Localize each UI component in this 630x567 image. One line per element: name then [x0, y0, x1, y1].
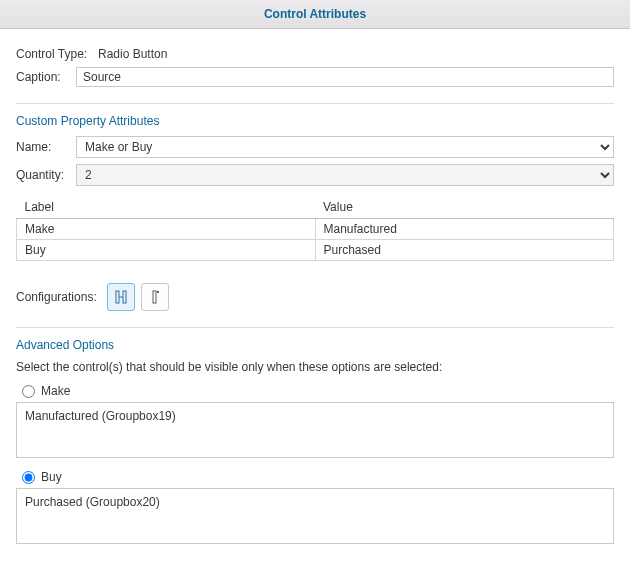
section-separator-2	[16, 327, 614, 328]
quantity-label: Quantity:	[16, 168, 76, 182]
caption-label: Caption:	[16, 70, 76, 84]
control-type-label: Control Type:	[16, 47, 96, 61]
list-item[interactable]: Purchased (Groupbox20)	[25, 495, 605, 509]
visible-controls-list-buy[interactable]: Purchased (Groupbox20)	[16, 488, 614, 544]
quantity-row: Quantity: 2	[16, 164, 614, 186]
radio-option-buy[interactable]: Buy	[22, 470, 614, 484]
cell-label[interactable]: Buy	[17, 240, 316, 261]
radio-make[interactable]	[22, 385, 35, 398]
page-title: Control Attributes	[264, 7, 366, 21]
config-single-icon-button[interactable]	[141, 283, 169, 311]
control-type-row: Control Type: Radio Button	[16, 47, 614, 61]
table-row[interactable]: Buy Purchased	[17, 240, 614, 261]
name-label: Name:	[16, 140, 76, 154]
radio-option-make[interactable]: Make	[22, 384, 614, 398]
custom-props-title: Custom Property Attributes	[16, 114, 614, 128]
main-panel: Control Type: Radio Button Caption: Cust…	[0, 29, 630, 544]
section-separator-1	[16, 103, 614, 104]
configurations-row: Configurations:	[16, 283, 614, 311]
table-row[interactable]: Make Manufactured	[17, 219, 614, 240]
name-select[interactable]: Make or Buy	[76, 136, 614, 158]
col-label-header: Label	[17, 196, 316, 219]
quantity-select[interactable]: 2	[76, 164, 614, 186]
list-item[interactable]: Manufactured (Groupbox19)	[25, 409, 605, 423]
cell-value[interactable]: Purchased	[315, 240, 614, 261]
name-row: Name: Make or Buy	[16, 136, 614, 158]
title-bar: Control Attributes	[0, 0, 630, 29]
caption-row: Caption:	[16, 67, 614, 87]
config-linked-icon-button[interactable]	[107, 283, 135, 311]
svg-rect-0	[116, 291, 119, 303]
configurations-label: Configurations:	[16, 290, 97, 304]
svg-rect-3	[153, 291, 156, 303]
advanced-description: Select the control(s) that should be vis…	[16, 360, 614, 374]
linked-columns-icon	[113, 289, 129, 305]
advanced-title: Advanced Options	[16, 338, 614, 352]
visible-controls-list-make[interactable]: Manufactured (Groupbox19)	[16, 402, 614, 458]
radio-make-label: Make	[41, 384, 70, 398]
caption-input[interactable]	[76, 67, 614, 87]
single-column-icon	[147, 289, 163, 305]
cell-label[interactable]: Make	[17, 219, 316, 240]
labels-values-table: Label Value Make Manufactured Buy Purcha…	[16, 196, 614, 261]
radio-buy-label: Buy	[41, 470, 62, 484]
cell-value[interactable]: Manufactured	[315, 219, 614, 240]
radio-buy[interactable]	[22, 471, 35, 484]
svg-rect-1	[123, 291, 126, 303]
col-value-header: Value	[315, 196, 614, 219]
svg-rect-4	[157, 291, 159, 293]
table-header-row: Label Value	[17, 196, 614, 219]
control-type-value: Radio Button	[96, 47, 614, 61]
